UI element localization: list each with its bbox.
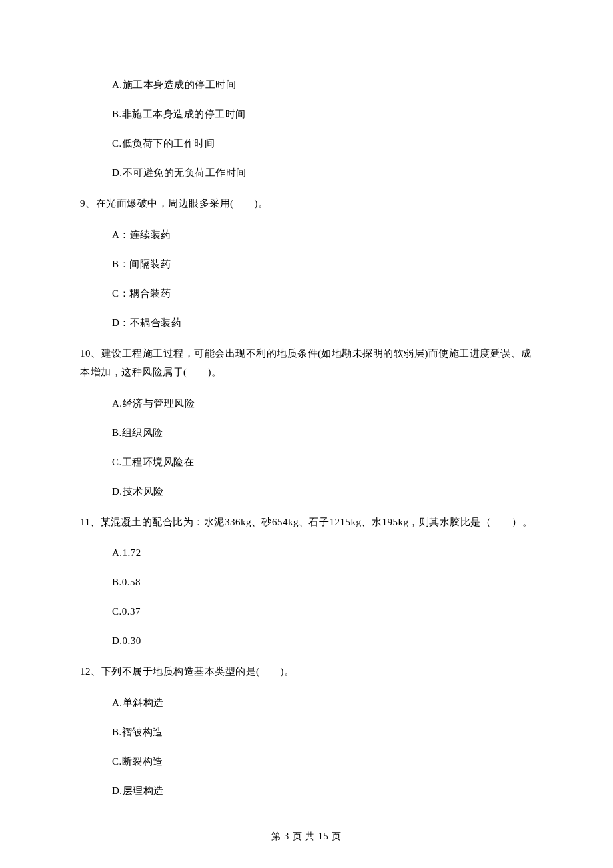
q11-option-c: C.0.37	[112, 603, 533, 619]
q9-option-d: D：不耦合装药	[112, 315, 533, 331]
q10-option-b: B.组织风险	[112, 425, 533, 441]
q11-stem: 11、某混凝土的配合比为：水泥336kg、砂654kg、石子1215kg、水19…	[80, 513, 533, 532]
q8-option-c: C.低负荷下的工作时间	[112, 135, 533, 151]
q8-option-a: A.施工本身造成的停工时间	[112, 77, 533, 93]
q10-option-d: D.技术风险	[112, 483, 533, 499]
q9-option-a: A：连续装药	[112, 227, 533, 243]
q12-stem: 12、下列不属于地质构造基本类型的是( )。	[80, 662, 533, 681]
q9-stem: 9、在光面爆破中，周边眼多采用( )。	[80, 194, 533, 213]
q8-option-b: B.非施工本身造成的停工时间	[112, 106, 533, 122]
q12-option-d: D.层理构造	[112, 783, 533, 799]
q9-option-c: C：耦合装药	[112, 285, 533, 301]
q10-option-a: A.经济与管理风险	[112, 395, 533, 411]
q11-option-b: B.0.58	[112, 574, 533, 590]
page-footer: 第 3 页 共 15 页	[0, 831, 613, 843]
q9-option-b: B：间隔装药	[112, 256, 533, 272]
q8-option-d: D.不可避免的无负荷工作时间	[112, 165, 533, 181]
page-content: A.施工本身造成的停工时间 B.非施工本身造成的停工时间 C.低负荷下的工作时间…	[0, 0, 613, 799]
q10-stem: 10、建设工程施工过程，可能会出现不利的地质条件(如地勘未探明的软弱层)而使施工…	[80, 344, 533, 382]
q12-option-b: B.褶皱构造	[112, 724, 533, 740]
q11-option-a: A.1.72	[112, 545, 533, 561]
q12-option-a: A.单斜构造	[112, 695, 533, 711]
q11-option-d: D.0.30	[112, 633, 533, 649]
q12-option-c: C.断裂构造	[112, 753, 533, 769]
q10-option-c: C.工程环境风险在	[112, 454, 533, 470]
